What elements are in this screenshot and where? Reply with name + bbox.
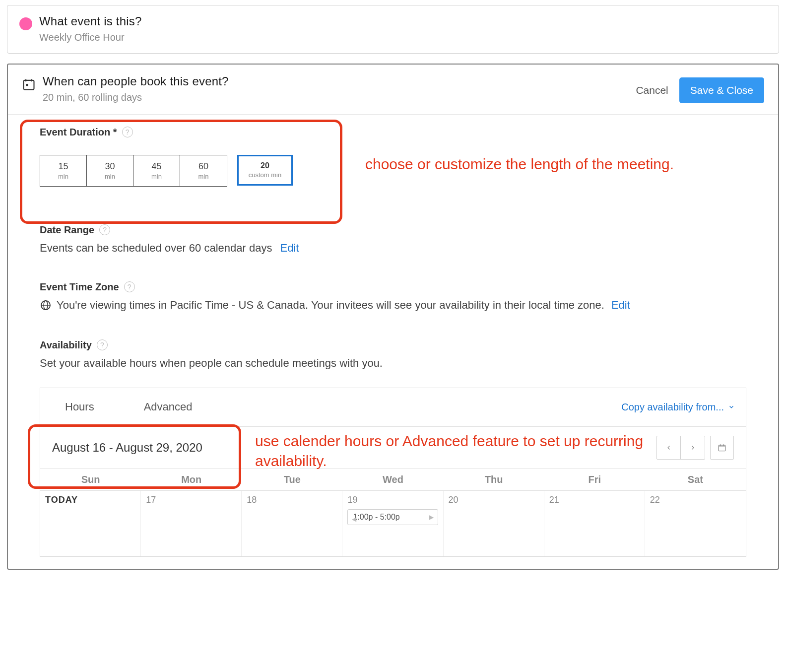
duration-15-option[interactable]: 15 min (40, 155, 87, 186)
timezone-text: You're viewing times in Pacific Time - U… (57, 299, 604, 312)
availability-slot[interactable]: 1:00p - 5:00p ▶ ◀ (347, 509, 438, 525)
duration-custom-option[interactable]: 20 custom min (237, 155, 293, 186)
day-cell[interactable]: 19 1:00p - 5:00p ▶ ◀ (342, 491, 443, 556)
timezone-label: Event Time Zone (40, 281, 119, 293)
daterange-edit-link[interactable]: Edit (280, 242, 299, 254)
weekday-header: Tue (242, 469, 342, 491)
booking-question: When can people book this event? (43, 74, 229, 89)
availability-text: Set your available hours when people can… (40, 357, 746, 370)
booking-summary: 20 min, 60 rolling days (43, 92, 229, 103)
calendar-icon (22, 77, 36, 91)
event-name: Weekly Office Hour (39, 32, 142, 43)
event-summary-card[interactable]: What event is this? Weekly Office Hour (7, 5, 779, 54)
arrow-right-icon: ▶ (429, 514, 434, 521)
duration-60-option[interactable]: 60 min (180, 155, 227, 186)
jump-to-date-button[interactable] (710, 436, 734, 460)
tab-hours[interactable]: Hours (40, 388, 119, 426)
globe-icon (40, 299, 52, 311)
help-icon[interactable]: ? (97, 339, 108, 350)
timezone-label-row: Event Time Zone ? (40, 281, 746, 293)
chevron-right-icon (690, 444, 696, 451)
weekday-header: Sat (645, 469, 746, 491)
daterange-text-row: Events can be scheduled over 60 calendar… (40, 242, 746, 255)
availability-label: Availability (40, 339, 92, 351)
calendar-icon (717, 443, 727, 453)
svg-point-1 (26, 84, 28, 86)
chevron-down-icon (728, 403, 735, 410)
svg-rect-0 (24, 80, 34, 90)
save-close-button[interactable]: Save & Close (679, 77, 764, 103)
weekday-header-row: Sun Mon Tue Wed Thu Fri Sat (40, 469, 746, 491)
availability-calendar-card: Hours Advanced Copy availability from...… (40, 388, 746, 557)
weekday-header: Mon (141, 469, 242, 491)
day-cell[interactable]: 21 (544, 491, 645, 556)
event-question: What event is this? (39, 14, 142, 29)
help-icon[interactable]: ? (124, 281, 135, 292)
arrow-left-icon: ◀ (352, 516, 356, 523)
duration-30-option[interactable]: 30 min (87, 155, 133, 186)
day-cell[interactable]: 20 (444, 491, 544, 556)
duration-label: Event Duration * (40, 127, 117, 138)
tab-advanced[interactable]: Advanced (119, 388, 217, 426)
annotation-text-duration: choose or customize the length of the me… (365, 154, 713, 175)
day-cell[interactable]: 18 (242, 491, 342, 556)
duration-label-row: Event Duration * ? (40, 127, 746, 138)
weekday-header: Thu (444, 469, 544, 491)
svg-rect-7 (719, 445, 725, 451)
weekday-header: Sun (40, 469, 141, 491)
help-icon[interactable]: ? (122, 127, 133, 137)
event-color-dot (19, 17, 32, 30)
week-days-row: TODAY 17 18 19 1:00p - 5:00p ▶ ◀ (40, 491, 746, 556)
next-week-button[interactable] (681, 436, 705, 459)
annotation-text-tabs: use calender hours or Advanced feature t… (255, 431, 672, 471)
help-icon[interactable]: ? (99, 224, 110, 235)
day-cell[interactable]: TODAY (40, 491, 141, 556)
daterange-label: Date Range (40, 224, 94, 236)
date-range-label: August 16 - August 29, 2020 (52, 441, 202, 455)
weekday-header: Fri (544, 469, 645, 491)
daterange-label-row: Date Range ? (40, 224, 746, 236)
cancel-button[interactable]: Cancel (636, 84, 668, 96)
booking-header: When can people book this event? 20 min,… (8, 65, 778, 115)
booking-settings-card: When can people book this event? 20 min,… (7, 64, 779, 570)
weekday-header: Wed (342, 469, 443, 491)
availability-label-row: Availability ? (40, 339, 746, 351)
daterange-text: Events can be scheduled over 60 calendar… (40, 242, 272, 254)
copy-availability-dropdown[interactable]: Copy availability from... (621, 388, 735, 426)
duration-45-option[interactable]: 45 min (133, 155, 180, 186)
timezone-edit-link[interactable]: Edit (611, 299, 630, 312)
day-cell[interactable]: 17 (141, 491, 242, 556)
day-cell[interactable]: 22 (645, 491, 746, 556)
